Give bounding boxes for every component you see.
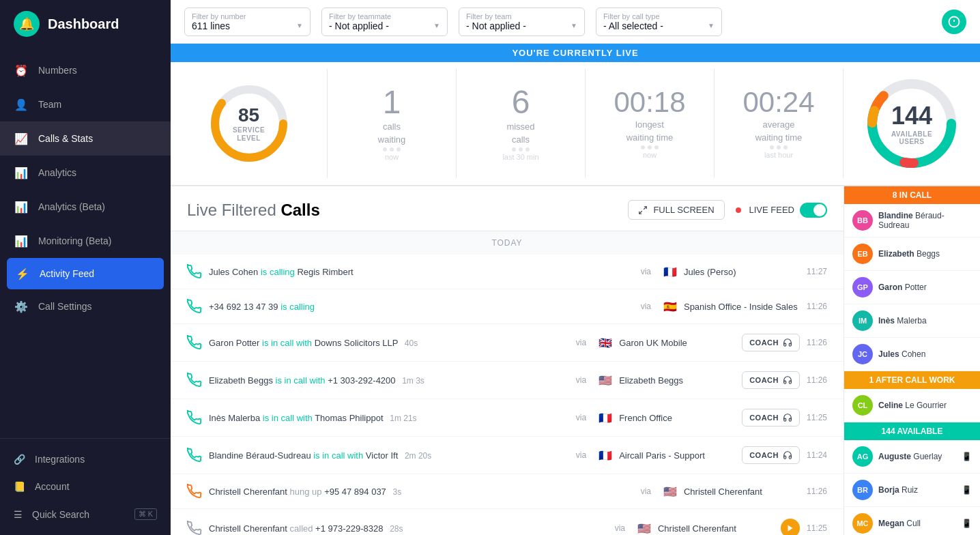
live-feed-toggle[interactable] <box>800 203 827 218</box>
sidebar-item-numbers[interactable]: ⏰ Numbers <box>0 53 171 87</box>
live-feed-toggle-wrap: LIVE FEED <box>736 203 827 218</box>
agent-name: Jules Cohen <box>878 349 972 359</box>
agent-row[interactable]: CL Celine Le Gourrier <box>844 389 980 422</box>
filter-teammate-value: - Not applied - ▼ <box>329 20 440 31</box>
sidebar-label-call-settings: Call Settings <box>38 301 92 312</box>
call-names: Elizabeth Beggs is in call with +1 303-2… <box>209 375 564 386</box>
filter-teammate-label: Filter by teammate <box>329 12 440 20</box>
agent-row[interactable]: BB Blandine Béraud-Sudreau <box>844 204 980 237</box>
longest-waiting-time: now <box>643 151 657 159</box>
table-row[interactable]: Christell Cherenfant hung up +95 47 894 … <box>171 474 844 509</box>
agent-row[interactable]: BR Borja Ruiz 📱 <box>844 474 980 507</box>
sidebar-item-calls-stats[interactable]: 📈 Calls & Stats <box>0 121 171 156</box>
sidebar-nav: ⏰ Numbers 👤 Team 📈 Calls & Stats 📊 Analy… <box>0 48 171 438</box>
sidebar-item-team[interactable]: 👤 Team <box>0 87 171 121</box>
call-time: 11:26 <box>807 338 827 347</box>
filter-team[interactable]: Filter by team - Not applied - ▼ <box>459 8 585 36</box>
longest-waiting-sub: waiting time <box>626 132 674 143</box>
coach-button[interactable]: COACH <box>742 446 800 464</box>
sidebar-header: 🔔 Dashboard <box>0 0 171 48</box>
svg-line-11 <box>639 211 642 214</box>
call-line-section: 🇺🇸 Christell Cherenfant <box>663 485 800 498</box>
filter-teammate[interactable]: Filter by teammate - Not applied - ▼ <box>321 8 448 36</box>
agent-avatar: BB <box>852 210 873 231</box>
agent-row[interactable]: GP Garon Potter <box>844 271 980 304</box>
table-row[interactable]: Christell Cherenfant called +1 973-229-8… <box>171 509 844 535</box>
sidebar-label-monitoring-beta: Monitoring (Beta) <box>38 235 111 246</box>
call-names: Jules Cohen is calling Regis Rimbert <box>209 267 629 277</box>
calls-waiting-stat: 1 calls waiting now <box>328 69 457 178</box>
call-icon <box>187 373 202 388</box>
coach-button[interactable]: COACH <box>742 409 800 426</box>
sidebar-item-analytics-beta[interactable]: 📊 Analytics (Beta) <box>0 190 171 224</box>
filter-teammate-chevron: ▼ <box>433 22 440 29</box>
agent-name: Inès Malerba <box>878 316 972 326</box>
table-row[interactable]: Inès Malerba is in call with Thomas Phil… <box>171 399 844 437</box>
longest-waiting-number: 00:18 <box>614 88 685 117</box>
filter-bar-right <box>942 10 966 34</box>
sidebar-item-integrations[interactable]: 🔗 Integrations <box>0 446 171 473</box>
filter-call-type-label: Filter by call type <box>603 12 715 20</box>
service-level-label: SERVICELEVEL <box>233 126 265 143</box>
table-row[interactable]: Garon Potter is in call with Downs Solic… <box>171 324 844 362</box>
filter-call-type-chevron: ▼ <box>708 22 715 29</box>
coach-button[interactable]: COACH <box>742 371 800 389</box>
call-flag: 🇫🇷 <box>599 449 612 462</box>
call-line-name: Aircall Paris - Support <box>619 450 705 461</box>
agent-row[interactable]: MC Megan Cull 📱 <box>844 507 980 535</box>
notification-icon-btn[interactable] <box>942 10 966 34</box>
filter-number-value: 611 lines ▼ <box>192 20 303 31</box>
dot2 <box>777 145 781 149</box>
calls-list: Jules Cohen is calling Regis Rimbert via… <box>171 255 844 535</box>
agent-avatar: JC <box>852 344 873 364</box>
sidebar-item-activity-feed[interactable]: ⚡ Activity Feed <box>7 258 164 289</box>
average-waiting-dots <box>770 145 788 149</box>
dot3 <box>397 147 401 151</box>
live-feed-label: LIVE FEED <box>749 205 794 215</box>
calls-title-bold: Calls <box>280 201 319 219</box>
agent-name: Elizabeth Beggs <box>878 249 972 259</box>
table-row[interactable]: Blandine Béraud-Sudreau is in call with … <box>171 437 844 474</box>
agent-row[interactable]: JC Jules Cohen <box>844 338 980 371</box>
agent-row[interactable]: AG Auguste Guerlay 📱 <box>844 440 980 474</box>
activity-feed-icon: ⚡ <box>15 266 30 281</box>
live-status-text: YOU'RE CURRENTLY LIVE <box>512 48 638 58</box>
table-row[interactable]: +34 692 13 47 39 is calling via 🇪🇸 Spani… <box>171 289 844 324</box>
sidebar-item-quick-search[interactable]: ☰ Quick Search ⌘ K <box>0 500 171 528</box>
filter-number[interactable]: Filter by number 611 lines ▼ <box>184 8 311 36</box>
call-line-section: 🇫🇷 French Office <box>599 411 735 424</box>
coach-button[interactable]: COACH <box>742 334 800 351</box>
table-row[interactable]: Elizabeth Beggs is in call with +1 303-2… <box>171 362 844 399</box>
calls-waiting-number: 1 <box>383 86 401 119</box>
fullscreen-label: FULL SCREEN <box>653 205 714 215</box>
sidebar-item-analytics[interactable]: 📊 Analytics <box>0 156 171 190</box>
table-row[interactable]: Jules Cohen is calling Regis Rimbert via… <box>171 255 844 289</box>
agent-row[interactable]: IM Inès Malerba <box>844 304 980 338</box>
svg-marker-12 <box>788 525 792 532</box>
play-button[interactable] <box>781 519 800 535</box>
sidebar-item-call-settings[interactable]: ⚙️ Call Settings <box>0 289 171 323</box>
missed-calls-number: 6 <box>512 86 530 119</box>
agent-row[interactable]: EB Elizabeth Beggs <box>844 237 980 271</box>
call-via-text: via <box>576 413 586 422</box>
dot3 <box>525 147 530 151</box>
longest-waiting-dots <box>641 145 659 149</box>
agent-name: Blandine Béraud-Sudreau <box>878 211 972 230</box>
coach-label: COACH <box>749 414 779 422</box>
sidebar-label-analytics-beta: Analytics (Beta) <box>38 201 105 212</box>
call-via-text: via <box>641 302 651 311</box>
dot1 <box>383 147 387 151</box>
app-logo[interactable]: 🔔 <box>14 11 40 37</box>
call-time: 11:27 <box>807 267 827 276</box>
sidebar-item-account[interactable]: 📒 Account <box>0 473 171 500</box>
filter-team-label: Filter by team <box>466 12 577 20</box>
call-via-text: via <box>615 523 625 533</box>
fullscreen-button[interactable]: FULL SCREEN <box>628 200 724 220</box>
service-level-number: 85 <box>233 104 265 126</box>
sidebar-item-monitoring-beta[interactable]: 📊 Monitoring (Beta) <box>0 224 171 258</box>
right-panel: 8 IN CALL BB Blandine Béraud-Sudreau EB … <box>844 186 980 535</box>
filter-call-type[interactable]: Filter by call type - All selected - ▼ <box>596 8 722 36</box>
agent-avatar: EB <box>852 244 873 264</box>
calls-waiting-dots <box>383 147 401 151</box>
call-time: 11:26 <box>807 375 827 385</box>
